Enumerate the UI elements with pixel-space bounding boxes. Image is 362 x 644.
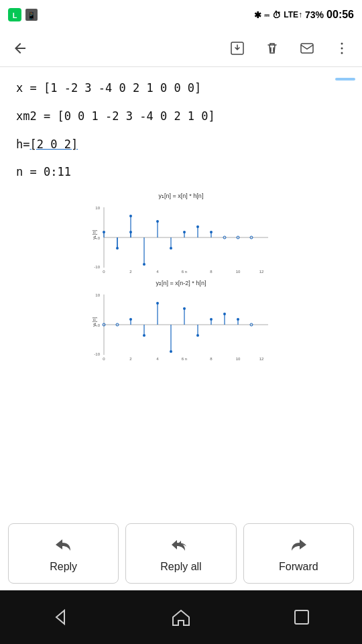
svg-text:4: 4 [156,357,159,361]
svg-point-65 [143,334,145,337]
scroll-indicator [335,78,355,80]
reply-all-icon [170,534,192,555]
back-button[interactable] [5,34,35,63]
bluetooth-icon: ✱ [254,10,261,20]
svg-text:0: 0 [103,270,105,274]
svg-text:0: 0 [98,323,101,327]
svg-text:6 n: 6 n [182,357,187,361]
phone-icon: 📱 [25,9,38,21]
toolbar [0,30,362,67]
action-bar: Reply Reply all Forward [0,517,362,590]
line-icon: L [8,8,21,21]
svg-point-63 [129,318,132,321]
square-icon [292,608,311,627]
reply-label: Reply [50,561,77,573]
svg-point-31 [129,215,132,217]
svg-marker-81 [56,610,64,624]
signal-icon: LTE↑ [284,10,302,19]
svg-rect-5 [301,44,313,53]
svg-point-8 [341,52,343,54]
svg-text:📱: 📱 [27,11,36,20]
nav-home-button[interactable] [164,600,198,634]
svg-text:2: 2 [129,357,132,361]
reply-icon [53,534,74,555]
chart-1-svg: y₁[n] 10 0 -10 0 2 4 6 n 8 10 12 [90,201,272,274]
mail-button[interactable] [292,34,322,63]
svg-text:10: 10 [95,293,100,297]
charts-container: y₁[n] = x[n] * h[n] y₁[n] 10 0 -10 0 2 4… [87,193,275,362]
chart-1: y₁[n] = x[n] * h[n] y₁[n] 10 0 -10 0 2 4… [87,193,275,274]
status-bar: L 📱 ✱ ⎓ ⏱ LTE↑ 73% 00:56 [0,0,362,30]
svg-point-43 [210,231,213,233]
triangle-left-icon [51,608,70,627]
nav-recent-button[interactable] [285,600,318,634]
status-left: L 📱 [8,8,38,21]
svg-point-6 [341,42,343,44]
svg-text:2: 2 [129,270,132,274]
more-button[interactable] [327,34,357,63]
svg-text:12: 12 [259,357,264,361]
reply-button[interactable]: Reply [8,523,119,584]
svg-point-37 [170,247,172,250]
svg-text:-10: -10 [94,265,100,269]
svg-point-75 [210,318,213,321]
more-icon [334,40,350,56]
svg-text:y₂[n]: y₂[n] [92,317,97,327]
svg-point-41 [196,225,199,228]
svg-text:8: 8 [210,357,213,361]
svg-text:10: 10 [236,357,241,361]
svg-point-79 [237,318,239,321]
chart-2: y₂[n] = x[n-2] * h[n] y₂[n] 10 0 -10 0 2… [87,280,275,362]
download-icon [229,40,245,56]
reply-all-button[interactable]: Reply all [125,523,236,584]
email-content: x = [1 -2 3 -4 0 2 1 0 0 0] xm2 = [0 0 1… [0,67,362,483]
forward-label: Forward [279,561,318,573]
chart-2-svg: y₂[n] 10 0 -10 0 2 4 6 n 8 10 12 [90,288,272,362]
mail-icon [299,40,315,56]
bottom-nav [0,590,362,644]
code-line-x: x = [1 -2 3 -4 0 2 1 0 0 0] [16,80,346,97]
status-right: ✱ ⎓ ⏱ LTE↑ 73% 00:56 [254,9,354,21]
svg-point-77 [223,313,226,315]
code-line-n: n = 0:11 [16,164,346,180]
svg-point-33 [143,263,145,266]
svg-text:0: 0 [103,357,105,361]
svg-text:12: 12 [259,270,264,274]
svg-text:4: 4 [156,270,159,274]
download-button[interactable] [223,34,252,63]
svg-point-69 [170,350,172,353]
svg-point-39 [183,231,186,233]
trash-icon [264,40,280,56]
time-display: 00:56 [326,9,354,21]
svg-point-71 [183,307,186,310]
forward-button[interactable]: Forward [243,523,354,584]
code-line-h: h=[2 0 2] [16,137,346,153]
svg-point-67 [156,302,159,305]
svg-point-35 [156,220,159,223]
svg-point-73 [196,334,199,337]
delete-button[interactable] [257,34,287,63]
svg-text:6 n: 6 n [182,270,187,274]
nav-back-button[interactable] [44,600,77,634]
svg-text:10: 10 [236,270,241,274]
svg-text:y₁[n]: y₁[n] [92,230,97,239]
svg-text:L: L [13,11,17,19]
reply-all-label: Reply all [160,561,201,573]
battery-text: 73% [305,9,324,20]
vibrate-icon: ⎓ [264,10,269,20]
forward-icon [288,534,309,555]
svg-text:8: 8 [210,270,213,274]
svg-rect-82 [295,610,308,624]
home-icon [172,608,190,627]
svg-text:10: 10 [95,206,100,210]
svg-point-7 [341,47,343,49]
back-arrow-icon [12,40,28,56]
chart-1-title: y₁[n] = x[n] * h[n] [87,193,275,199]
alarm-icon: ⏱ [272,10,281,20]
svg-point-28 [103,231,105,233]
code-line-xm2: xm2 = [0 0 1 -2 3 -4 0 2 1 0] [16,109,346,125]
svg-text:-10: -10 [94,352,100,356]
svg-text:0: 0 [98,236,101,240]
chart-2-title: y₂[n] = x[n-2] * h[n] [87,280,275,286]
